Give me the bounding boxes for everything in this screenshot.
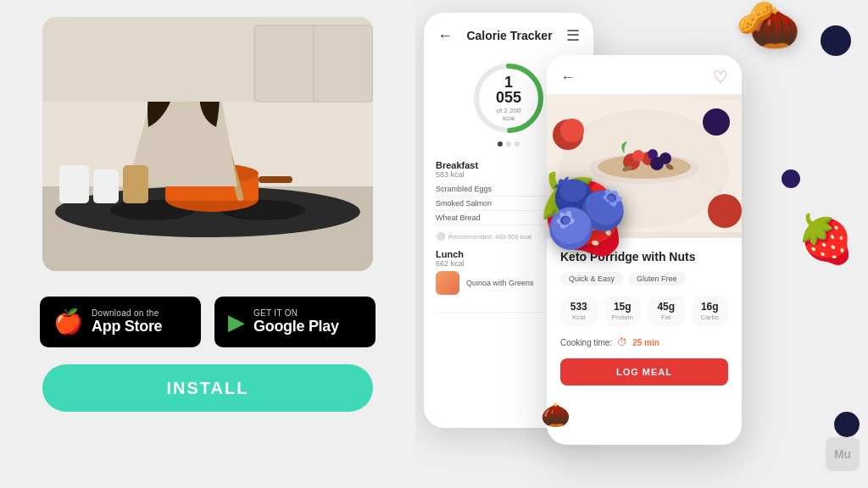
heart-icon[interactable]: ♡ [713,67,728,87]
walnut-deco-bottom: 🌰 [541,401,570,429]
blueberry-deco-1 [821,25,851,56]
dot-3 [515,141,520,147]
install-button[interactable]: INSTALL [42,364,373,412]
google-play-top: GET IT ON [253,308,339,318]
stat-fat: 45g Fat [648,296,685,326]
breakfast-title: Breakfast [436,160,478,170]
calorie-dots [498,141,520,147]
svg-point-33 [560,119,584,142]
app-store-text: Download on the App Store [92,308,162,336]
kcal-label: Kcal [572,313,586,321]
store-buttons: 🍎 Download on the App Store ▶ GET IT ON … [40,297,376,347]
blueberry-deco-3 [782,169,800,188]
calorie-sub: of 2 200 kcal [490,107,528,122]
recipe-tags: Quick & Easy Gluten Free [560,272,728,286]
google-play-text: GET IT ON Google Play [253,308,339,336]
recipe-stats: 533 Kcal 15g Protein 45g Fat 16g Carbs [560,296,728,326]
stat-kcal: 533 Kcal [560,296,598,326]
blueberry-deco-2 [834,412,860,437]
quinoa-img [436,271,459,295]
nuts-deco-top: 🥜 [737,0,775,36]
breakfast-kcal: 583 kcal [436,170,478,179]
calorie-ring: 1 055 of 2 200 kcal [470,60,547,136]
play-icon: ▶ [228,311,245,333]
smoked-salmon-name: Smoked Salmon [436,199,492,208]
svg-rect-13 [123,165,148,203]
back-arrow-icon[interactable]: ← [437,27,453,45]
left-panel: 🍎 Download on the App Store ▶ GET IT ON … [0,0,415,488]
recipe-content: Keto Porridge with Nuts Quick & Easy Glu… [547,238,742,397]
svg-rect-11 [59,165,89,203]
calorie-header: ← Calorie Tracker ☰ [424,13,593,52]
tag-gluten-free: Gluten Free [628,272,686,286]
install-label: INSTALL [167,379,249,398]
log-meal-label: LOG MEAL [616,367,672,377]
fat-value: 45g [657,301,675,313]
app-store-bottom: App Store [92,318,162,336]
scrambled-eggs-name: Scrambled Eggs [436,185,492,193]
dot-2 [506,141,511,147]
stat-protein: 15g Protein [604,296,642,326]
lunch-title: Lunch [436,249,465,259]
wheat-bread-name: Wheat Bread [436,214,481,222]
calorie-title: Calorie Tracker [459,29,559,42]
settings-icon[interactable]: ☰ [566,26,580,45]
watermark: Mu [826,437,860,471]
protein-label: Protein [612,313,633,321]
recipe-back-icon[interactable]: ← [560,69,576,86]
stat-carbs: 16g Carbs [692,296,729,326]
quinoa-name: Quinoa with Greens [466,279,534,287]
main-container: 🍎 Download on the App Store ▶ GET IT ON … [0,0,868,488]
svg-rect-8 [259,176,292,183]
svg-rect-12 [93,169,119,203]
svg-point-29 [648,149,658,159]
calorie-center: 1 055 of 2 200 kcal [490,75,528,122]
tag-quick-easy: Quick & Easy [560,272,623,286]
dot-1 [498,141,503,147]
kcal-value: 533 [570,301,587,313]
protein-value: 15g [614,301,632,313]
google-play-bottom: Google Play [253,318,339,336]
svg-point-35 [708,194,742,228]
fat-label: Fat [661,313,671,321]
svg-point-26 [632,150,644,162]
cooking-time-label: Cooking time: [560,338,612,347]
right-panel: 🌰 🥜 ← Calorie Tracker ☰ 1 055 of 2 200 k… [415,0,868,488]
calorie-number: 1 055 [490,75,528,105]
recipe-header: ← ♡ [547,55,742,94]
strawberry-deco-right: 🍓 [797,212,855,267]
cooking-time-value: 25 min [632,338,659,347]
lunch-kcal: 662 kcal [436,259,465,268]
clock-icon: ⏱ [617,336,627,348]
app-store-button[interactable]: 🍎 Download on the App Store [40,297,201,347]
google-play-button[interactable]: ▶ GET IT ON Google Play [214,297,376,347]
cooking-time: Cooking time: ⏱ 25 min [560,336,728,348]
cooking-photo [42,17,373,271]
log-meal-button[interactable]: LOG MEAL [560,358,728,385]
svg-point-34 [703,108,730,136]
raspberry-deco-left: 🫐 [544,174,629,253]
app-store-top: Download on the [92,308,162,318]
carbs-value: 16g [701,301,719,313]
apple-icon: 🍎 [53,310,83,334]
carbs-label: Carbs [701,313,719,321]
svg-point-28 [659,152,671,164]
